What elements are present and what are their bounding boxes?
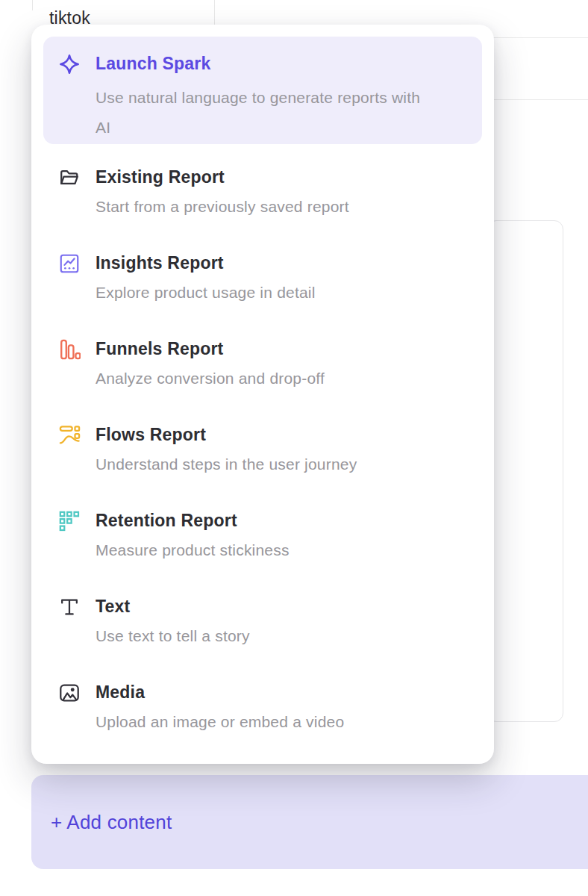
menu-item-flows-report[interactable]: Flows Report Understand steps in the use… xyxy=(43,424,482,476)
menu-item-title: Media xyxy=(96,682,344,703)
menu-item-subtitle: Upload an image or embed a video xyxy=(96,711,344,733)
menu-item-title: Existing Report xyxy=(96,167,349,187)
add-content-menu: Launch Spark Use natural language to gen… xyxy=(31,25,494,764)
menu-item-retention-report[interactable]: Retention Report Measure product stickin… xyxy=(43,510,482,561)
menu-item-title: Flows Report xyxy=(96,424,357,445)
funnel-bars-icon xyxy=(58,338,81,361)
menu-item-subtitle: Use text to tell a story xyxy=(96,625,250,647)
background-card xyxy=(487,220,563,722)
add-content-button[interactable]: + Add content xyxy=(31,775,588,869)
menu-item-title: Insights Report xyxy=(96,252,316,273)
menu-item-subtitle: Use natural language to generate reports… xyxy=(96,83,435,143)
menu-item-subtitle: Measure product stickiness xyxy=(96,539,290,561)
insights-chart-icon xyxy=(58,252,81,275)
add-content-label: + Add content xyxy=(51,811,172,834)
table-row-divider xyxy=(485,99,588,100)
menu-item-funnels-report[interactable]: Funnels Report Analyze conversion and dr… xyxy=(43,338,482,390)
menu-item-existing-report[interactable]: Existing Report Start from a previously … xyxy=(43,167,482,218)
table-row-divider xyxy=(485,37,588,38)
menu-item-title: Retention Report xyxy=(96,510,290,531)
menu-item-media[interactable]: Media Upload an image or embed a video xyxy=(43,682,482,733)
sparkle-icon xyxy=(58,53,81,75)
menu-item-subtitle: Understand steps in the user journey xyxy=(96,453,357,476)
page-background: tiktok Launch Spark Use natural language… xyxy=(0,0,588,896)
folder-icon xyxy=(58,167,81,189)
menu-item-title: Launch Spark xyxy=(96,53,435,74)
media-image-icon xyxy=(58,682,81,704)
menu-item-subtitle: Explore product usage in detail xyxy=(96,281,316,304)
menu-item-title: Funnels Report xyxy=(96,338,325,359)
flows-icon xyxy=(58,424,81,447)
text-icon xyxy=(58,596,81,618)
menu-item-launch-spark[interactable]: Launch Spark Use natural language to gen… xyxy=(43,37,482,144)
menu-item-text[interactable]: Text Use text to tell a story xyxy=(43,596,482,647)
table-column-divider xyxy=(32,0,33,10)
retention-grid-icon xyxy=(58,510,81,532)
menu-item-subtitle: Analyze conversion and drop-off xyxy=(96,367,325,390)
menu-item-subtitle: Start from a previously saved report xyxy=(96,196,349,218)
menu-item-title: Text xyxy=(96,596,250,617)
menu-item-insights-report[interactable]: Insights Report Explore product usage in… xyxy=(43,252,482,304)
